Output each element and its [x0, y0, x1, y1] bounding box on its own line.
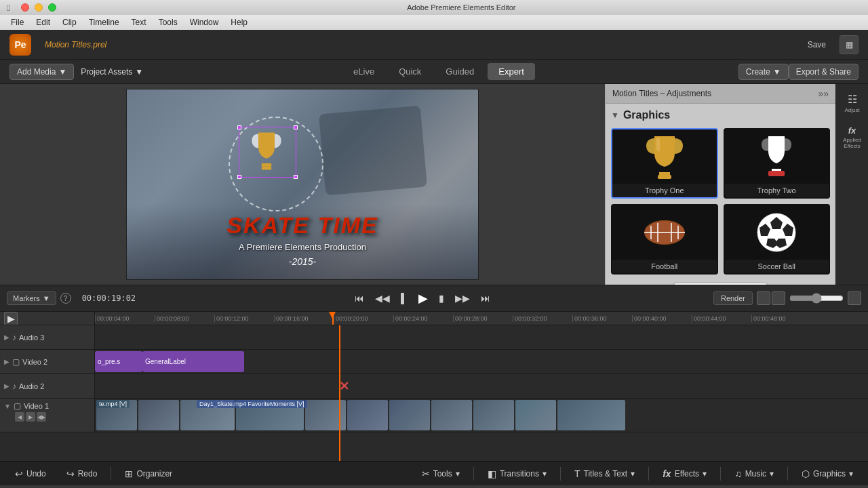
step-frame-forward-button[interactable]: ▮	[435, 291, 448, 306]
step-forward-button[interactable]: ▶▶	[452, 291, 473, 306]
graphic-item-football[interactable]: Football	[611, 204, 718, 274]
timeline-settings-icon[interactable]: ▶	[4, 312, 18, 325]
nav-bar: Add Media ▼ Project Assets ▼ eLive Quick…	[0, 60, 868, 84]
thumb-8	[473, 400, 514, 430]
menu-window[interactable]: Window	[184, 16, 224, 28]
markers-button[interactable]: Markers ▼	[7, 291, 56, 305]
ruler-mark-11: 00:00:48:00	[751, 315, 811, 322]
graphic-item-trophy-two[interactable]: Trophy Two	[724, 128, 831, 199]
minimize-button[interactable]	[35, 3, 43, 12]
project-assets-button[interactable]: Project Assets ▼	[74, 64, 150, 79]
football-icon	[637, 212, 692, 253]
divider-5	[720, 467, 721, 481]
organizer-button[interactable]: ⊞ Organizer	[117, 466, 180, 482]
menu-timeline[interactable]: Timeline	[83, 16, 125, 28]
music-chevron: ▾	[770, 469, 774, 479]
bottom-toolbar: ↩ Undo ↪ Redo ⊞ Organizer ✂ Tools ▾ ◧ Tr…	[0, 461, 868, 485]
thumb-10	[557, 400, 625, 430]
track-header-video-1: ▼ ▢ Video 1 ◀ ▶ ◀▶	[0, 399, 95, 432]
graphic-label-trophy-two: Trophy Two	[725, 184, 829, 197]
help-icon[interactable]: ?	[60, 293, 71, 304]
transitions-button[interactable]: ◧ Transitions ▾	[479, 466, 555, 482]
layout-buttons	[757, 291, 785, 305]
track-expand-audio-3[interactable]: ▶	[4, 333, 9, 341]
apple-logo: 	[7, 3, 10, 13]
v1-ctrl-2[interactable]: ▶	[26, 412, 35, 422]
menu-help[interactable]: Help	[225, 16, 253, 28]
go-to-start-button[interactable]: ⏮	[351, 291, 368, 306]
tools-button[interactable]: ✂ Tools ▾	[414, 466, 468, 482]
step-frame-back-button[interactable]: ▌	[397, 291, 411, 306]
tools-icon: ✂	[422, 468, 430, 479]
applied-effects-button[interactable]: fx AppliedEffects	[840, 125, 865, 149]
menu-edit[interactable]: Edit	[31, 16, 56, 28]
timecode-display: 00:00:19:02	[82, 293, 136, 303]
thumb-1	[138, 400, 179, 430]
mode-expert[interactable]: Expert	[488, 63, 535, 80]
ruler-mark-9: 00:00:40:00	[632, 315, 692, 322]
menu-bar: File Edit Clip Timeline Text Tools Windo…	[0, 15, 868, 30]
play-button[interactable]: ▶	[415, 289, 431, 308]
zoom-slider[interactable]	[789, 293, 844, 304]
music-button[interactable]: ♫ Music ▾	[726, 466, 782, 482]
save-button[interactable]: Save	[801, 37, 833, 52]
graphic-item-trophy-one[interactable]: Trophy One	[611, 128, 718, 199]
mode-quick[interactable]: Quick	[388, 63, 432, 80]
track-expand-video-2[interactable]: ▶	[4, 358, 9, 365]
save-as-new-title-button[interactable]: Save as New Title	[673, 283, 767, 285]
graphics-button[interactable]: ⬡ Graphics ▾	[793, 466, 861, 482]
undo-button[interactable]: ↩ Undo	[7, 466, 54, 482]
trophy-one-icon	[644, 133, 685, 180]
transitions-icon: ◧	[488, 468, 496, 479]
ruler-playhead	[332, 312, 334, 325]
ruler-mark-1: 00:00:08:00	[155, 315, 214, 322]
track-content-video-1[interactable]: te.mp4 [V] Day1_Skate.mp4 FavoriteMoment…	[95, 399, 868, 432]
timeline-tracks[interactable]: ▶ ♪ Audio 3 ▶ ▢ Video 2 o_pre.s GeneralL…	[0, 325, 868, 461]
right-panel-close-button[interactable]: »»	[818, 88, 829, 99]
graphic-item-soccer-ball[interactable]: Soccer Ball	[724, 204, 831, 274]
track-content-audio-3[interactable]	[95, 325, 868, 349]
layout-btn-1[interactable]	[757, 291, 770, 305]
mode-elive[interactable]: eLive	[342, 63, 385, 80]
track-content-video-2[interactable]: o_pre.s GeneralLabel	[95, 350, 868, 373]
render-button[interactable]: Render	[713, 291, 753, 305]
menu-tools[interactable]: Tools	[153, 16, 183, 28]
divider-4	[648, 467, 649, 481]
v1-ctrl-1[interactable]: ◀	[15, 412, 24, 422]
create-button[interactable]: Create ▼	[738, 64, 789, 80]
app-logo: Pe	[9, 34, 31, 56]
section-title: Graphics	[623, 109, 670, 121]
export-button[interactable]: Export & Share	[789, 64, 859, 80]
track-expand-video-1[interactable]: ▼	[4, 403, 11, 410]
menu-text[interactable]: Text	[126, 16, 152, 28]
add-media-button[interactable]: Add Media ▼	[9, 64, 74, 80]
v1-ctrl-3[interactable]: ◀▶	[37, 412, 46, 422]
section-collapse-arrow[interactable]: ▼	[611, 110, 619, 120]
preview-main-text: SKATE TIME	[226, 212, 378, 239]
layout-btn-3[interactable]	[848, 291, 861, 305]
track-content-audio-2[interactable]: ✕	[95, 374, 868, 398]
go-to-end-button[interactable]: ⏭	[477, 291, 494, 306]
redo-button[interactable]: ↪ Redo	[58, 466, 106, 482]
title-bar-text: Adobe Premiere Elements Editor	[62, 3, 861, 12]
ruler-marks: 00:00:04:00 00:00:08:00 00:00:12:00 00:0…	[95, 315, 811, 322]
ruler-mark-2: 00:00:12:00	[214, 315, 274, 322]
graphic-label-soccer-ball: Soccer Ball	[725, 260, 829, 273]
clip-general-label[interactable]: GeneralLabel	[142, 351, 244, 372]
track-expand-audio-2[interactable]: ▶	[4, 382, 9, 390]
settings-icon[interactable]: ▦	[840, 35, 859, 54]
music-icon: ♫	[734, 468, 742, 479]
menu-clip[interactable]: Clip	[57, 16, 82, 28]
titles-text-button[interactable]: T Titles & Text ▾	[566, 466, 643, 482]
titles-icon: T	[574, 468, 580, 479]
layout-btn-2[interactable]	[772, 291, 785, 305]
maximize-button[interactable]	[48, 3, 56, 12]
ruler-mark-0: 00:00:04:00	[95, 315, 155, 322]
step-back-button[interactable]: ◀◀	[372, 291, 393, 306]
clip-o-pre[interactable]: o_pre.s	[95, 351, 142, 372]
menu-file[interactable]: File	[5, 16, 29, 28]
effects-button[interactable]: fx Effects ▾	[654, 466, 715, 482]
adjust-panel-button[interactable]: ☷ Adjust	[840, 91, 865, 115]
mode-guided[interactable]: Guided	[435, 63, 485, 80]
close-button[interactable]	[21, 3, 29, 12]
